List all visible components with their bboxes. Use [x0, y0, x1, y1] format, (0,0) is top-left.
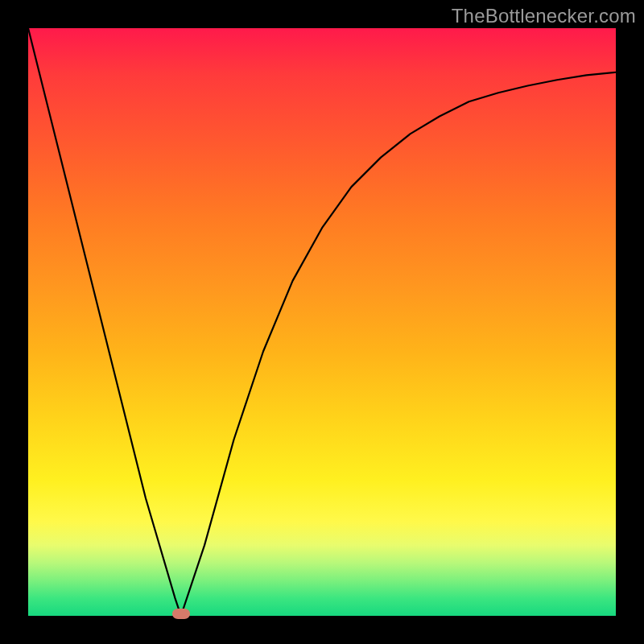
- watermark-text: TheBottlenecker.com: [452, 5, 636, 27]
- bottleneck-curve: [28, 28, 616, 616]
- optimum-marker: [172, 609, 190, 619]
- chart-frame: TheBottlenecker.com: [0, 0, 644, 644]
- plot-area: [28, 28, 616, 616]
